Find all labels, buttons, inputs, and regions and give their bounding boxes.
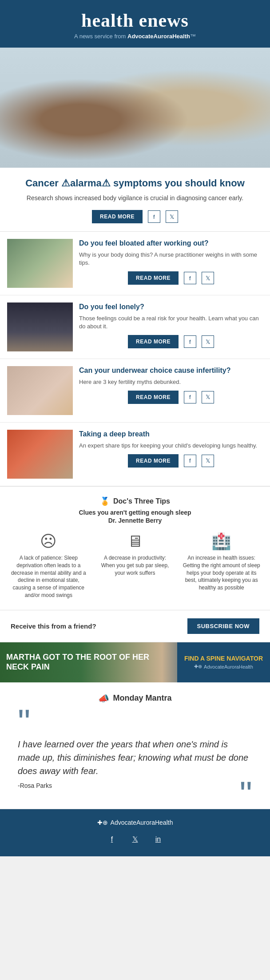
list-item: Can your underwear choice cause infertil… (0, 359, 270, 423)
article-desc-2: Those feelings could be a real risk for … (79, 315, 263, 331)
read-more-button-2[interactable]: READ MORE (128, 335, 179, 348)
docs-tips-author: Dr. Jennette Berry (7, 517, 263, 524)
tip-item-3: 🏥 An increase in health issues: Getting … (180, 532, 263, 599)
article-1-actions: READ MORE f 𝕏 (79, 271, 263, 285)
article-title-3: Can your underwear choice cause infertil… (79, 366, 263, 375)
tip-icon-3: 🏥 (183, 532, 260, 551)
ad-banner: MARTHA GOT TO THE ROOT OF HER NECK PAIN … (0, 642, 270, 682)
header-title: health enews (4, 10, 266, 31)
article-desc-3: Here are 3 key fertility myths debunked. (79, 378, 263, 386)
ad-right: FIND A SPINE NAVIGATOR ✚⊕ AdvocateAurora… (177, 642, 270, 682)
article-3-facebook-icon[interactable]: f (184, 391, 196, 403)
footer-brand: AdvocateAuroraHealth (111, 819, 173, 826)
article-content-2: Do you feel lonely? Those feelings could… (79, 302, 263, 348)
page-container: health enews A news service from Advocat… (0, 0, 270, 856)
article-4-twitter-icon[interactable]: 𝕏 (202, 455, 214, 467)
article-desc-1: Why is your body doing this? A nurse pra… (79, 251, 263, 267)
tips-grid: ☹ A lack of patience: Sleep deprivation … (7, 532, 263, 599)
main-article-title: Cancer ⚠alarma⚠ symptoms you should know (18, 177, 252, 189)
article-thumbnail-3 (7, 366, 73, 415)
subscribe-text: Receive this from a friend? (11, 622, 96, 630)
header-brand: AdvocateAuroraHealth (127, 33, 190, 40)
footer-logo: ✚⊕ AdvocateAuroraHealth (9, 819, 261, 826)
article-4-facebook-icon[interactable]: f (184, 455, 196, 467)
docs-tips-icon: 🏅 (100, 496, 110, 506)
article-1-twitter-icon[interactable]: 𝕏 (202, 272, 214, 284)
tip-item-2: 🖥 A decrease in productivity: When you g… (94, 532, 177, 599)
ad-brand-label: ✚⊕ AdvocateAuroraHealth (194, 664, 253, 669)
article-3-twitter-icon[interactable]: 𝕏 (202, 391, 214, 403)
monday-mantra-section: 📣 Monday Mantra " I have learned over th… (0, 682, 270, 809)
article-thumbnail-2 (7, 302, 73, 351)
article-4-actions: READ MORE f 𝕏 (79, 454, 263, 468)
article-content-1: Do you feel bloated after working out? W… (79, 239, 263, 285)
footer-logo-icon: ✚⊕ (97, 819, 108, 826)
mantra-title: Monday Mantra (113, 694, 171, 703)
article-1-facebook-icon[interactable]: f (184, 272, 196, 284)
ad-find-prefix: FIND (184, 655, 199, 662)
footer-twitter-icon[interactable]: 𝕏 (128, 832, 142, 847)
article-2-actions: READ MORE f 𝕏 (79, 335, 263, 348)
tip-icon-1: ☹ (10, 532, 87, 551)
list-item: Do you feel lonely? Those feelings could… (0, 295, 270, 359)
ad-plus-icon: ✚⊕ (194, 664, 202, 669)
hero-image-inner (0, 48, 270, 168)
footer-facebook-icon[interactable]: f (105, 832, 119, 847)
docs-tips-header: 🏅 Doc's Three Tips (7, 496, 263, 506)
list-item: Taking a deep breath An expert share tip… (0, 423, 270, 486)
footer-social: f 𝕏 in (9, 832, 261, 847)
ad-brand-text: AdvocateAuroraHealth (204, 664, 253, 669)
tip-item-1: ☹ A lack of patience: Sleep deprivation … (7, 532, 90, 599)
mantra-header: 📣 Monday Mantra (9, 693, 261, 704)
article-title-1: Do you feel bloated after working out? (79, 239, 263, 248)
close-quote-icon: " (18, 789, 252, 800)
open-quote-icon: " (18, 712, 252, 733)
main-facebook-icon[interactable]: f (148, 210, 160, 223)
read-more-button-1[interactable]: READ MORE (128, 271, 179, 285)
subscribe-bar: Receive this from a friend? SUBSCRIBE NO… (0, 610, 270, 642)
tip-icon-2: 🖥 (96, 532, 174, 551)
docs-tips-section: 🏅 Doc's Three Tips Clues you aren't gett… (0, 486, 270, 610)
tip-text-3: An increase in health issues: Getting th… (183, 554, 260, 592)
read-more-button-3[interactable]: READ MORE (128, 391, 179, 404)
article-content-3: Can your underwear choice cause infertil… (79, 366, 263, 404)
article-3-actions: READ MORE f 𝕏 (79, 391, 263, 404)
list-item: Do you feel bloated after working out? W… (0, 232, 270, 295)
docs-tips-subtitle: Clues you aren't getting enough sleep (7, 509, 263, 516)
article-2-facebook-icon[interactable]: f (184, 335, 196, 348)
mantra-body: " I have learned over the years that whe… (9, 712, 261, 800)
footer: ✚⊕ AdvocateAuroraHealth f 𝕏 in (0, 809, 270, 856)
ad-left: MARTHA GOT TO THE ROOT OF HER NECK PAIN (0, 648, 177, 676)
main-article-actions: READ MORE f 𝕏 (18, 210, 252, 223)
footer-linkedin-icon[interactable]: in (151, 832, 165, 847)
article-thumbnail-4 (7, 430, 73, 479)
main-twitter-icon[interactable]: 𝕏 (166, 210, 178, 223)
article-title-2: Do you feel lonely? (79, 302, 263, 312)
mantra-author: -Rosa Parks (18, 782, 252, 789)
main-read-more-button[interactable]: READ MORE (92, 210, 143, 223)
article-content-4: Taking a deep breath An expert share tip… (79, 430, 263, 468)
article-thumbnail-1 (7, 239, 73, 288)
hero-image (0, 48, 270, 168)
mantra-icon: 📣 (98, 693, 109, 704)
tip-text-1: A lack of patience: Sleep deprivation of… (10, 554, 87, 599)
subscribe-button[interactable]: SUBSCRIBE NOW (187, 618, 259, 634)
header-subtitle-prefix: A news service from (74, 33, 127, 40)
article-list: Do you feel bloated after working out? W… (0, 232, 270, 486)
read-more-button-4[interactable]: READ MORE (128, 454, 179, 468)
ad-find-label: FIND A SPINE NAVIGATOR (184, 655, 263, 662)
header: health enews A news service from Advocat… (0, 0, 270, 48)
article-title-4: Taking a deep breath (79, 430, 263, 439)
article-2-twitter-icon[interactable]: 𝕏 (202, 335, 214, 348)
ad-find-accent: A SPINE NAVIGATOR (200, 655, 263, 662)
mantra-quote: I have learned over the years that when … (18, 738, 252, 778)
ad-left-title: MARTHA GOT TO THE ROOT OF HER NECK PAIN (6, 653, 171, 672)
header-subtitle: A news service from AdvocateAuroraHealth… (4, 33, 266, 40)
main-article: Cancer ⚠alarma⚠ symptoms you should know… (0, 168, 270, 232)
tip-text-2: A decrease in productivity: When you get… (96, 554, 174, 577)
docs-tips-label: Doc's Three Tips (113, 497, 170, 505)
main-article-description: Research shows increased body vigilance … (18, 194, 252, 203)
article-desc-4: An expert share tips for keeping your ch… (79, 442, 263, 450)
